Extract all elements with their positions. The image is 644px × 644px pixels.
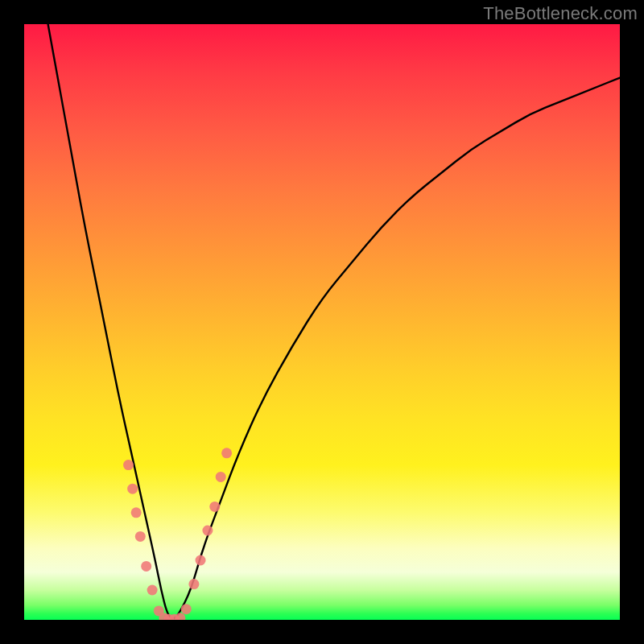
curve-marker — [209, 502, 220, 512]
bottleneck-curve-line — [48, 24, 620, 618]
chart-frame: TheBottleneck.com — [0, 0, 644, 644]
curve-marker — [216, 472, 226, 482]
curve-marker — [135, 531, 146, 542]
curve-marker — [175, 613, 185, 620]
curve-marker — [202, 526, 213, 536]
curve-marker — [127, 484, 138, 494]
plot-area — [24, 24, 620, 620]
curve-marker — [221, 448, 232, 458]
curve-marker — [181, 604, 192, 614]
marker-group — [123, 448, 232, 620]
curve-marker — [123, 460, 134, 470]
curve-marker — [188, 579, 199, 589]
curve-marker — [141, 561, 151, 572]
curve-marker — [131, 507, 142, 518]
bottleneck-curve-svg — [24, 24, 620, 620]
curve-marker — [147, 585, 158, 596]
curve-marker — [196, 555, 206, 566]
watermark-text: TheBottleneck.com — [483, 3, 638, 24]
